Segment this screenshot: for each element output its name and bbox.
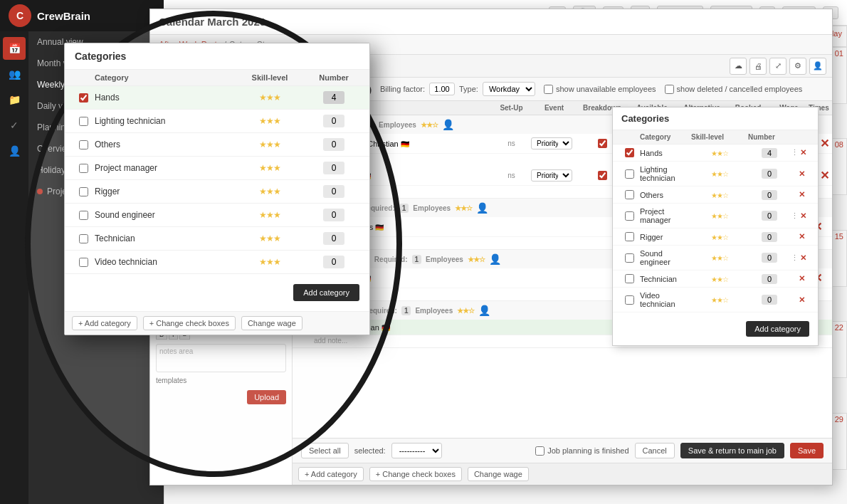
- modal-footer: Select all selected: ---------- Job plan…: [293, 438, 832, 463]
- setup-checkbox[interactable]: [598, 139, 607, 148]
- templates-label: templates: [156, 377, 186, 384]
- priority-select[interactable]: Priority: [531, 137, 572, 149]
- add-employee-icon[interactable]: 👤: [442, 119, 454, 130]
- job-planning-label: Job planning is finished: [535, 446, 628, 456]
- toolbar-cloud-btn[interactable]: ☁: [730, 58, 747, 75]
- priority-select-2[interactable]: Priority: [531, 169, 572, 182]
- cat-check[interactable]: [625, 274, 634, 283]
- cat-dots[interactable]: ⋮: [791, 148, 799, 157]
- sidebar-icon-person[interactable]: 👤: [3, 140, 26, 162]
- cat-check[interactable]: [625, 190, 634, 199]
- cat-fg-row-others: Others ★★★ 0: [65, 133, 369, 157]
- show-unavailable-check[interactable]: [544, 85, 553, 94]
- cat-fg-row-hands: Hands ★★★ 4: [65, 86, 369, 110]
- cat-fg-check[interactable]: [79, 211, 88, 220]
- cat-row-lighting-bg: Lighting technician ★★☆ 0 ✕: [613, 162, 818, 187]
- cat-fg-check[interactable]: [79, 164, 88, 173]
- add-employee-icon[interactable]: 👤: [478, 305, 490, 316]
- cat-fg-change-wage-btn[interactable]: Change wage: [241, 316, 302, 330]
- cat-fg-change-checkboxes-btn[interactable]: + Change check boxes: [143, 316, 236, 330]
- sidebar-icon-folder[interactable]: 📁: [3, 88, 26, 111]
- cat-check[interactable]: [625, 232, 634, 241]
- projects-dot: [37, 189, 43, 194]
- cat-fg-num-hands: 4: [305, 91, 362, 104]
- employees-label: Employees: [413, 204, 451, 212]
- cat-remove[interactable]: ✕: [791, 274, 812, 283]
- billing-input[interactable]: [429, 83, 455, 95]
- employees-header: Employees (1/5) Billing factor: Type: Wo…: [293, 78, 832, 101]
- cat-fg-stars-hands: ★★★: [234, 93, 305, 103]
- cat-check[interactable]: [625, 169, 634, 179]
- employees-label: Employees: [379, 121, 416, 129]
- cat-fg-footer: + Add category + Change check boxes Chan…: [65, 311, 369, 335]
- add-employee-icon[interactable]: 👤: [489, 253, 501, 265]
- cat-num-hands: 4: [748, 149, 791, 157]
- cat-check[interactable]: [625, 211, 634, 221]
- cat-fg-check[interactable]: [79, 140, 88, 149]
- cat-fg-check[interactable]: [79, 258, 88, 267]
- add-category-btn[interactable]: + Add category: [298, 467, 364, 481]
- save-btn[interactable]: Save: [790, 443, 824, 458]
- remove-btn-2[interactable]: ✕: [820, 169, 829, 182]
- cat-remove[interactable]: ✕: [800, 253, 806, 263]
- cat-actions: ⋮ ✕: [791, 211, 812, 221]
- cat-fg-check[interactable]: [79, 234, 88, 243]
- cat-check-hands[interactable]: [625, 148, 634, 157]
- selected-label: selected:: [354, 446, 386, 455]
- cat-stars-hands: ★★☆: [691, 149, 748, 157]
- cat-check[interactable]: [625, 295, 634, 305]
- categories-bg-title: Categories: [613, 107, 818, 130]
- toolbar-fullscreen-btn[interactable]: ⤢: [769, 58, 786, 75]
- toolbar-print-btn[interactable]: 🖨: [749, 58, 767, 75]
- col-event: Event: [531, 104, 577, 112]
- cat-remove[interactable]: ✕: [791, 169, 812, 179]
- cancel-btn[interactable]: Cancel: [635, 443, 675, 458]
- cat-fg-check[interactable]: [79, 117, 88, 126]
- sidebar-logo: C CrewBrain: [0, 0, 164, 31]
- cat-col-skill: Skill-level: [691, 133, 748, 141]
- cat-row-sound-bg: Sound engineer ★★☆ 0 ⋮ ✕: [613, 246, 818, 271]
- cat-row-rigger-bg: Rigger ★★☆ 0 ✕: [613, 229, 818, 246]
- cat-fg-col-headers: Category Skill-level Number: [65, 70, 369, 86]
- sidebar-icon-users[interactable]: 👥: [3, 63, 26, 85]
- notes-area[interactable]: notes area: [156, 344, 286, 372]
- cat-remove[interactable]: ✕: [791, 190, 812, 199]
- cat-fg-title: Categories: [65, 43, 369, 70]
- sound-stars: ★★☆: [455, 204, 472, 212]
- cat-fg-add-btn[interactable]: Add category: [293, 284, 359, 301]
- add-employee-icon[interactable]: 👤: [476, 202, 488, 214]
- cat-row-pm-bg: Project manager ★★☆ 0 ⋮ ✕: [613, 204, 818, 229]
- save-return-btn[interactable]: Save & return to main job: [680, 443, 784, 458]
- cat-fg-check[interactable]: [79, 187, 88, 196]
- setup-checkbox-2[interactable]: [598, 171, 607, 180]
- cat-dots[interactable]: ⋮: [791, 253, 799, 263]
- sidebar-icon-check[interactable]: ✓: [3, 114, 26, 137]
- emp-flag: 🇩🇪: [375, 224, 384, 231]
- toolbar-gear-btn[interactable]: ⚙: [789, 58, 806, 75]
- cat-remove[interactable]: ✕: [800, 211, 806, 221]
- upload-btn[interactable]: Upload: [247, 390, 286, 404]
- cat-remove[interactable]: ✕: [791, 232, 812, 241]
- type-dropdown[interactable]: Workday: [483, 82, 535, 96]
- cat-fg-add-category-btn[interactable]: + Add category: [72, 316, 137, 330]
- cat-dots[interactable]: ⋮: [791, 211, 799, 221]
- cat-fg-check-hands[interactable]: [79, 93, 88, 103]
- selected-dropdown[interactable]: ----------: [391, 443, 442, 458]
- cat-fg-row-video: Video technician ★★★ 0: [65, 251, 369, 274]
- app-name: CrewBrain: [37, 10, 90, 22]
- job-planning-check[interactable]: [535, 446, 544, 456]
- sidebar-icon-calendar[interactable]: 📅: [3, 37, 26, 60]
- cat-row-video-bg: Video technician ★★☆ 0 ✕: [613, 288, 818, 313]
- cat-add-btn-bg[interactable]: Add category: [746, 321, 809, 337]
- cat-remove[interactable]: ✕: [800, 148, 806, 157]
- cat-check[interactable]: [625, 253, 634, 263]
- emp-flag: 🇩🇪: [401, 140, 409, 148]
- show-unavailable-label: show unavailable employees: [544, 85, 656, 94]
- toolbar-person-btn[interactable]: 👤: [809, 58, 826, 75]
- select-all-btn[interactable]: Select all: [301, 443, 349, 458]
- cat-remove[interactable]: ✕: [791, 295, 812, 305]
- change-checkboxes-btn[interactable]: + Change check boxes: [369, 467, 462, 481]
- remove-btn[interactable]: ✕: [820, 137, 829, 150]
- show-deleted-check[interactable]: [665, 85, 674, 94]
- change-wage-btn[interactable]: Change wage: [468, 467, 529, 481]
